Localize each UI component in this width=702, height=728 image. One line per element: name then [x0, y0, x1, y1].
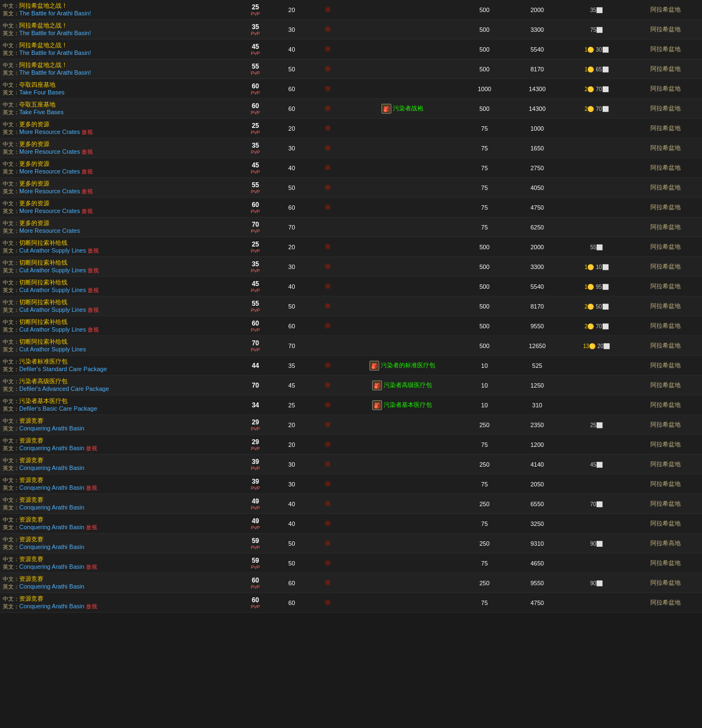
table-row[interactable]: 中文：资源竞赛英文：Conquering Arathi Basin敌视60PvP… — [0, 593, 702, 613]
table-row[interactable]: 中文：切断阿拉索补给线英文：Cut Arathor Supply Lines70… — [0, 336, 702, 356]
quest-req-cell: 60 — [273, 316, 310, 336]
quest-level-cell: 34 — [237, 395, 273, 415]
quest-name-en: 英文：Defiler's Basic Care Package — [3, 405, 234, 413]
quest-name-zh: 中文：资源竞赛 — [3, 417, 43, 424]
table-row[interactable]: 中文：资源竞赛英文：Conquering Arathi Basin60PvP60… — [0, 573, 702, 593]
table-row[interactable]: 中文：资源竞赛英文：Conquering Arathi Basin49PvP40… — [0, 494, 702, 514]
quest-name-en: 英文：Take Five Bases — [3, 109, 234, 116]
horde-icon: ⚛ — [324, 262, 332, 271]
quest-name-cell: 中文：资源竞赛英文：Conquering Arathi Basin — [0, 415, 237, 435]
quest-name-en: 英文：Defiler's Standard Care Package — [3, 366, 234, 373]
table-row[interactable]: 中文：切断阿拉索补给线英文：Cut Arathor Supply Lines敌视… — [0, 277, 702, 296]
table-row[interactable]: 中文：更多的资源英文：More Resource Crates70PvP7075… — [0, 217, 702, 237]
quest-reward-cell: 90⬜ — [564, 534, 630, 553]
quest-faction-cell: ⚛ — [310, 119, 346, 138]
table-row[interactable]: 中文：资源竞赛英文：Conquering Arathi Basin敌视29PvP… — [0, 435, 702, 455]
quest-faction-cell: ⚛ — [310, 138, 346, 158]
quest-zone-cell: 阿拉希高地 — [630, 534, 702, 553]
quest-faction-cell: ⚛ — [310, 435, 346, 455]
quest-req-cell: 40 — [273, 40, 310, 59]
table-row[interactable]: 中文：夺取五座基地英文：Take Five Bases60PvP60⚛🎒污染者战… — [0, 99, 702, 119]
gold-reward: 2🟡 — [585, 323, 594, 329]
quest-zone-cell: 阿拉希盆地 — [630, 455, 702, 474]
table-row[interactable]: 中文：阿拉希盆地之战！英文：The Battle for Arathi Basi… — [0, 20, 702, 40]
quest-faction-cell: ⚛ — [310, 237, 346, 257]
quest-zone-cell: 阿拉希盆地 — [630, 79, 702, 99]
table-row[interactable]: 中文：更多的资源英文：More Resource Crates敌视55PvP50… — [0, 178, 702, 198]
quest-name-zh: 中文：切断阿拉索补给线 — [3, 239, 68, 246]
table-row[interactable]: 中文：阿拉希盆地之战！英文：The Battle for Arathi Basi… — [0, 59, 702, 79]
quest-faction-cell: ⚛ — [310, 198, 346, 217]
quest-req-cell: 40 — [273, 494, 310, 514]
quest-req-cell: 20 — [273, 237, 310, 257]
elite-tag: 敌视 — [88, 248, 99, 254]
silver-reward: 25⬜ — [590, 422, 603, 428]
table-row[interactable]: 中文：切断阿拉索补给线英文：Cut Arathor Supply Lines敌视… — [0, 316, 702, 336]
table-row[interactable]: 中文：资源竞赛英文：Conquering Arathi Basin29PvP20… — [0, 415, 702, 435]
quest-reward-cell: 2🟡 70⬜ — [564, 79, 630, 99]
quest-reward-cell: 45⬜ — [564, 455, 630, 474]
quest-reward-cell — [564, 119, 630, 138]
quest-name-cell: 中文：切断阿拉索补给线英文：Cut Arathor Supply Lines — [0, 336, 237, 356]
quest-name-en: 英文：The Battle for Arathi Basin! — [3, 69, 234, 77]
table-row[interactable]: 中文：资源竞赛英文：Conquering Arathi Basin敌视39PvP… — [0, 474, 702, 494]
quest-xp-cell: 2750 — [511, 158, 564, 178]
table-row[interactable]: 中文：切断阿拉索补给线英文：Cut Arathor Supply Lines敌视… — [0, 296, 702, 316]
table-row[interactable]: 中文：污染者基本医疗包英文：Defiler's Basic Care Packa… — [0, 395, 702, 415]
quest-name-en: 英文：Conquering Arathi Basin敌视 — [3, 603, 234, 611]
table-row[interactable]: 中文：阿拉希盆地之战！英文：The Battle for Arathi Basi… — [0, 0, 702, 20]
table-row[interactable]: 中文：污染者标准医疗包英文：Defiler's Standard Care Pa… — [0, 356, 702, 376]
quest-rep-cell: 500 — [458, 99, 511, 119]
quest-item-cell — [346, 237, 458, 257]
quest-xp-cell: 4140 — [511, 455, 564, 474]
table-row[interactable]: 中文：更多的资源英文：More Resource Crates敌视35PvP30… — [0, 138, 702, 158]
quest-req-cell: 25 — [273, 395, 310, 415]
table-row[interactable]: 中文：污染者高级医疗包英文：Defiler's Advanced Care Pa… — [0, 376, 702, 395]
quest-xp-cell: 1650 — [511, 138, 564, 158]
quest-req-cell: 35 — [273, 356, 310, 376]
table-row[interactable]: 中文：切断阿拉索补给线英文：Cut Arathor Supply Lines敌视… — [0, 257, 702, 277]
horde-icon: ⚛ — [324, 321, 332, 331]
table-row[interactable]: 中文：更多的资源英文：More Resource Crates敌视25PvP20… — [0, 119, 702, 138]
table-row[interactable]: 中文：资源竞赛英文：Conquering Arathi Basin59PvP50… — [0, 534, 702, 553]
quest-rep-cell: 250 — [458, 455, 511, 474]
table-row[interactable]: 中文：资源竞赛英文：Conquering Arathi Basin敌视49PvP… — [0, 514, 702, 534]
quest-name-en: 英文：Conquering Arathi Basin敌视 — [3, 524, 234, 531]
quest-req-cell: 45 — [273, 376, 310, 395]
quest-faction-cell: ⚛ — [310, 296, 346, 316]
silver-reward: 10⬜ — [596, 264, 609, 270]
quest-name-en: 英文：Conquering Arathi Basin — [3, 583, 234, 591]
quest-reward-cell — [564, 138, 630, 158]
quest-zone-cell: 阿拉希盆地 — [630, 316, 702, 336]
quest-name-cell: 中文：更多的资源英文：More Resource Crates敌视 — [0, 178, 237, 198]
quest-faction-cell: ⚛ — [310, 79, 346, 99]
table-row[interactable]: 中文：夺取四座基地英文：Take Four Bases60PvP60⚛10001… — [0, 79, 702, 99]
quest-item-cell — [346, 415, 458, 435]
quest-name-en: 英文：Conquering Arathi Basin — [3, 464, 234, 472]
quest-item-cell — [346, 316, 458, 336]
quest-reward-cell: 1🟡 65⬜ — [564, 59, 630, 79]
table-row[interactable]: 中文：阿拉希盆地之战！英文：The Battle for Arathi Basi… — [0, 40, 702, 59]
silver-reward: 20⬜ — [597, 343, 610, 349]
elite-tag: 敌视 — [86, 445, 97, 451]
table-row[interactable]: 中文：更多的资源英文：More Resource Crates敌视60PvP60… — [0, 198, 702, 217]
elite-tag: 敌视 — [86, 564, 97, 570]
elite-tag: 敌视 — [82, 188, 93, 194]
quest-faction-cell: ⚛ — [310, 20, 346, 40]
table-row[interactable]: 中文：资源竞赛英文：Conquering Arathi Basin39PvP30… — [0, 455, 702, 474]
quest-faction-cell: ⚛ — [310, 178, 346, 198]
silver-reward: 90⬜ — [590, 541, 603, 547]
table-row[interactable]: 中文：切断阿拉索补给线英文：Cut Arathor Supply Lines敌视… — [0, 237, 702, 257]
quest-name-en: 英文：More Resource Crates敌视 — [3, 128, 234, 136]
quest-item-cell: 🎒污染者的标准医疗包 — [346, 356, 458, 376]
silver-reward: 55⬜ — [590, 244, 603, 250]
table-row[interactable]: 中文：资源竞赛英文：Conquering Arathi Basin敌视59PvP… — [0, 553, 702, 573]
quest-xp-cell: 3300 — [511, 257, 564, 277]
table-row[interactable]: 中文：更多的资源英文：More Resource Crates敌视45PvP40… — [0, 158, 702, 178]
horde-icon: ⚛ — [324, 44, 332, 54]
elite-tag: 敌视 — [86, 603, 97, 609]
quest-req-cell: 30 — [273, 138, 310, 158]
quest-name-zh: 中文：切断阿拉索补给线 — [3, 259, 68, 266]
quest-rep-cell: 250 — [458, 573, 511, 593]
horde-icon: ⚛ — [324, 380, 332, 390]
